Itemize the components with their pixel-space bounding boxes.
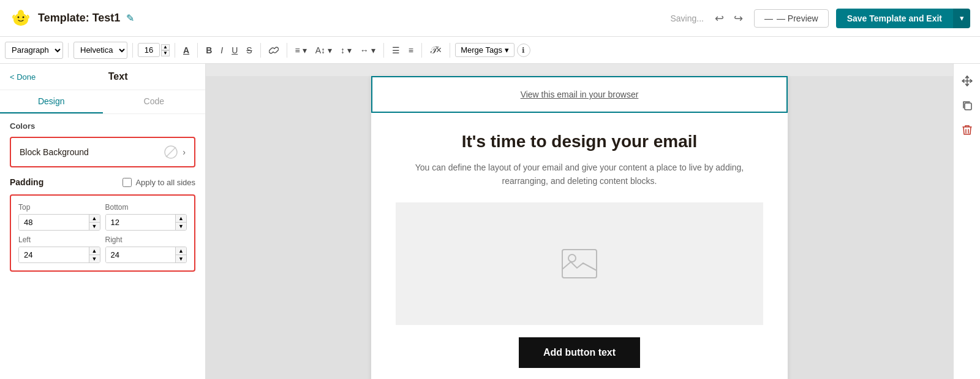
- right-input-wrap: 24 ▲ ▼: [105, 247, 187, 263]
- svg-point-2: [18, 16, 20, 18]
- left-up-btn[interactable]: ▲: [89, 247, 100, 255]
- page-title: Template: Test1: [38, 12, 120, 25]
- email-subtext: You can define the layout of your email …: [396, 161, 763, 188]
- toolbar-divider-8: [421, 43, 422, 58]
- delete-tool-button[interactable]: [957, 120, 977, 140]
- preview-button[interactable]: — — Preview: [754, 9, 829, 28]
- paragraph-select[interactable]: Paragraph: [5, 42, 63, 59]
- block-bg-chevron: ›: [183, 147, 186, 157]
- image-placeholder: [396, 202, 763, 325]
- bold-button[interactable]: B: [203, 42, 215, 59]
- strikethrough-button[interactable]: S: [243, 42, 255, 59]
- svg-line-7: [166, 147, 176, 157]
- apply-all-checkbox[interactable]: [123, 178, 132, 187]
- preview-dash: —: [764, 13, 773, 23]
- save-template-dropdown-button[interactable]: ▾: [953, 9, 970, 28]
- align-button[interactable]: ≡ ▾: [292, 42, 310, 59]
- panel-title: Text: [40, 71, 195, 82]
- email-cta-button[interactable]: Add button text: [519, 337, 640, 368]
- right-up-btn[interactable]: ▲: [175, 247, 186, 255]
- text-size-button[interactable]: A↕ ▾: [312, 42, 335, 59]
- left-input-wrap: 24 ▲ ▼: [18, 247, 100, 263]
- merge-tags-button[interactable]: Merge Tags ▾: [455, 43, 514, 57]
- padding-bottom-input[interactable]: 12: [106, 215, 176, 230]
- italic-button[interactable]: I: [217, 42, 226, 59]
- block-bg-label: Block Background: [20, 147, 89, 157]
- font-select-group: Helvetica: [74, 42, 127, 59]
- top-label: Top: [18, 203, 100, 212]
- bottom-down-btn[interactable]: ▼: [175, 223, 186, 230]
- right-down-btn[interactable]: ▼: [175, 255, 186, 262]
- email-heading: It's time to design your email: [396, 131, 763, 152]
- view-browser-link[interactable]: View this email in your browser: [380, 85, 779, 104]
- done-link[interactable]: < Done: [10, 72, 36, 82]
- font-size-up[interactable]: ▲: [161, 44, 170, 50]
- info-button[interactable]: ℹ: [517, 44, 530, 57]
- padding-top-field: Top 48 ▲ ▼: [18, 203, 100, 231]
- svg-rect-10: [965, 103, 971, 110]
- left-down-btn[interactable]: ▼: [89, 255, 100, 262]
- link-icon: [269, 46, 279, 55]
- undo-button[interactable]: ↩: [711, 9, 728, 28]
- undo-redo-group: ↩ ↪: [711, 9, 747, 28]
- text-toolbar: Paragraph Helvetica 16 ▲ ▼ A B I U S ≡ ▾…: [0, 37, 980, 64]
- line-height-button[interactable]: ↕ ▾: [337, 42, 355, 59]
- merge-tags-label: Merge Tags: [461, 45, 502, 55]
- link-button[interactable]: [266, 42, 282, 59]
- email-banner: View this email in your browser: [371, 76, 788, 113]
- font-size-down[interactable]: ▼: [161, 50, 170, 56]
- main-layout: < Done Text Design Code Colors Block Bac…: [0, 64, 980, 379]
- save-template-button[interactable]: Save Template and Exit: [836, 9, 953, 28]
- email-canvas: View this email in your browser It's tim…: [371, 76, 788, 379]
- block-bg-right: ›: [164, 145, 186, 159]
- padding-right-field: Right 24 ▲ ▼: [105, 235, 187, 263]
- clear-format-button[interactable]: 𝒯×: [427, 42, 445, 59]
- underline-button[interactable]: U: [228, 42, 241, 59]
- copy-tool-button[interactable]: [957, 96, 977, 115]
- letter-spacing-button[interactable]: ↔ ▾: [357, 42, 379, 59]
- preview-label: — Preview: [777, 13, 818, 23]
- padding-left-input[interactable]: 24: [19, 247, 89, 262]
- svg-rect-8: [562, 250, 597, 278]
- duplicate-icon: [962, 100, 973, 111]
- paragraph-select-group: Paragraph: [5, 42, 63, 59]
- delete-icon: [962, 124, 972, 136]
- text-color-button[interactable]: A: [180, 42, 192, 59]
- font-select[interactable]: Helvetica: [74, 42, 127, 59]
- bottom-label: Bottom: [105, 203, 187, 212]
- padding-right-input[interactable]: 24: [106, 247, 176, 262]
- toolbar-divider-7: [383, 43, 384, 58]
- padding-top-input[interactable]: 48: [19, 215, 89, 230]
- padding-left-field: Left 24 ▲ ▼: [18, 235, 100, 263]
- toolbar-divider-2: [132, 43, 133, 58]
- email-body: It's time to design your email You can d…: [371, 113, 788, 379]
- bullet-list-button[interactable]: ☰: [389, 42, 403, 59]
- toolbar-divider-1: [68, 43, 69, 58]
- redo-button[interactable]: ↪: [730, 9, 747, 28]
- font-size-group: 16 ▲ ▼: [138, 43, 170, 57]
- font-size-input[interactable]: 16: [138, 43, 160, 57]
- move-icon: [962, 75, 973, 86]
- merge-tags-chevron: ▾: [505, 45, 509, 55]
- block-background-row[interactable]: Block Background ›: [10, 137, 195, 167]
- padding-inputs-container: Top 48 ▲ ▼ Bottom 12: [10, 194, 195, 272]
- code-tab[interactable]: Code: [103, 90, 206, 113]
- bottom-up-btn[interactable]: ▲: [175, 215, 186, 223]
- padding-top-bottom-row: Top 48 ▲ ▼ Bottom 12: [18, 203, 187, 231]
- apply-all-group: Apply to all sides: [123, 178, 195, 187]
- right-spinners: ▲ ▼: [175, 247, 186, 262]
- header-right: Saving... ↩ ↪ — — Preview Save Template …: [670, 9, 970, 28]
- email-content-center: It's time to design your email You can d…: [396, 131, 763, 188]
- header-left: Template: Test1 ✎: [10, 7, 134, 29]
- numbered-list-button[interactable]: ≡: [405, 42, 417, 59]
- move-tool-button[interactable]: [957, 71, 977, 91]
- padding-header: Padding Apply to all sides: [10, 177, 195, 187]
- padding-bottom-field: Bottom 12 ▲ ▼: [105, 203, 187, 231]
- apply-all-label: Apply to all sides: [135, 178, 195, 187]
- mailchimp-logo: [10, 7, 32, 29]
- colors-label: Colors: [10, 121, 195, 131]
- edit-title-icon[interactable]: ✎: [126, 12, 134, 24]
- design-tab[interactable]: Design: [0, 90, 103, 113]
- top-down-btn[interactable]: ▼: [89, 223, 100, 230]
- top-up-btn[interactable]: ▲: [89, 215, 100, 223]
